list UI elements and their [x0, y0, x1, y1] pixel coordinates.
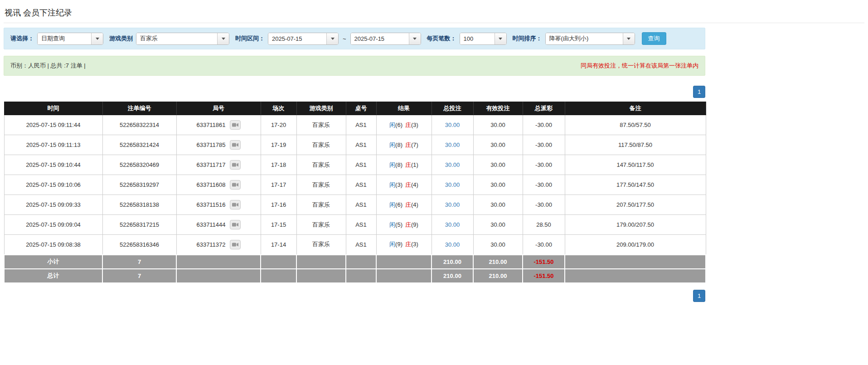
cell-round: 633711608: [176, 175, 261, 195]
total-bet-link[interactable]: 30.00: [445, 122, 460, 128]
total-bet-link[interactable]: 30.00: [445, 201, 460, 208]
round-id: 633711516: [196, 201, 225, 208]
total-label: 总计: [4, 269, 102, 283]
cell-table-no: AS1: [346, 235, 376, 255]
table-row: 2025-07-15 09:11:13 522658321424 6337117…: [4, 135, 706, 155]
chevron-down-icon: [499, 38, 502, 40]
date-from-combobox: [268, 33, 339, 45]
cell-time: 2025-07-15 09:11:13: [4, 135, 102, 155]
cell-round: 633711717: [176, 155, 261, 175]
cell-round: 633711861: [176, 115, 261, 135]
table-header: 时间 注单编号 局号 场次 游戏类别 桌号 结果 总投注 有效投注 总派彩 备注: [4, 102, 706, 115]
cell-bet-id: 522658322314: [102, 115, 176, 135]
total-bet-link[interactable]: 30.00: [445, 241, 460, 248]
video-replay-icon[interactable]: [230, 140, 241, 150]
cell-payout: -30.00: [523, 195, 565, 215]
select-type-label: 请选择：: [10, 34, 34, 43]
cell-time: 2025-07-15 09:09:04: [4, 215, 102, 235]
table-row: 2025-07-15 09:10:06 522658319297 6337116…: [4, 175, 706, 195]
cell-round: 633711516: [176, 195, 261, 215]
result-player: 闲: [389, 221, 395, 228]
header-bet-id: 注单编号: [102, 102, 176, 115]
chevron-down-icon: [331, 38, 335, 40]
total-bet-link[interactable]: 30.00: [445, 161, 460, 168]
header-result: 结果: [376, 102, 432, 115]
table-row: 2025-07-15 09:08:38 522658316346 6337113…: [4, 235, 706, 255]
cell-table-no: AS1: [346, 215, 376, 235]
cell-total-bet: 30.00: [432, 215, 473, 235]
total-bet-link[interactable]: 30.00: [445, 221, 460, 228]
result-banker: 庄: [405, 161, 411, 168]
cell-time: 2025-07-15 09:10:44: [4, 155, 102, 175]
date-to-dropdown-button[interactable]: [409, 33, 421, 44]
result-banker: 庄: [405, 141, 411, 148]
sort-input[interactable]: [546, 33, 623, 44]
header-round: 局号: [176, 102, 261, 115]
result-player: 闲: [389, 181, 395, 188]
valid-bet-notice: 同局有效投注，统一计算在该局第一张注单内: [581, 62, 698, 70]
video-replay-icon[interactable]: [230, 120, 241, 130]
title-divider: [4, 23, 864, 23]
total-valid-bet: 210.00: [473, 269, 523, 283]
cell-remark: 207.50/177.50: [565, 195, 706, 215]
chevron-down-icon: [96, 38, 99, 40]
result-player: 闲: [389, 161, 395, 168]
video-replay-icon[interactable]: [230, 160, 241, 170]
cell-total-bet: 30.00: [432, 115, 473, 135]
summary-bar: 币别：人民币 | 总共 :7 注单 | 同局有效投注，统一计算在该局第一张注单内: [4, 56, 705, 76]
page-title: 视讯 会员下注纪录: [4, 3, 864, 23]
cell-total-bet: 30.00: [432, 175, 473, 195]
select-type-dropdown-button[interactable]: [91, 33, 103, 44]
currency-summary-text: 币别：人民币 | 总共 :7 注单 |: [10, 62, 86, 70]
result-banker: 庄: [405, 241, 411, 248]
cell-game-type: 百家乐: [296, 215, 346, 235]
header-time: 时间: [4, 102, 102, 115]
cell-valid-bet: 30.00: [473, 235, 523, 255]
header-payout: 总派彩: [523, 102, 565, 115]
video-replay-icon[interactable]: [230, 200, 241, 209]
video-replay-icon[interactable]: [230, 220, 241, 229]
cell-game-type: 百家乐: [296, 195, 346, 215]
date-range-label: 时间区间：: [235, 34, 265, 43]
date-from-dropdown-button[interactable]: [326, 33, 338, 44]
pagination-page-1[interactable]: 1: [693, 290, 705, 302]
cell-bet-id: 522658318138: [102, 195, 176, 215]
cell-bet-id: 522658316346: [102, 235, 176, 255]
total-bet-link[interactable]: 30.00: [445, 141, 460, 148]
date-from-input[interactable]: [268, 33, 326, 44]
content: 请选择： 游戏类别 时间区间： ~ 每页笔数：: [4, 28, 705, 302]
pagination-top: 1: [4, 86, 705, 98]
cell-remark: 179.00/207.50: [565, 215, 706, 235]
cell-payout: -30.00: [523, 135, 565, 155]
table-row: 2025-07-15 09:10:44 522658320469 6337117…: [4, 155, 706, 175]
result-player: 闲: [389, 241, 395, 248]
search-button[interactable]: 查询: [642, 32, 666, 45]
sort-dropdown-button[interactable]: [623, 33, 635, 44]
cell-table-no: AS1: [346, 115, 376, 135]
cell-bet-id: 522658317215: [102, 215, 176, 235]
page-size-input[interactable]: [460, 33, 495, 44]
pagination-page-1[interactable]: 1: [693, 86, 705, 98]
cell-remark: 147.50/117.50: [565, 155, 706, 175]
cell-payout: 28.50: [523, 215, 565, 235]
game-type-input[interactable]: [136, 33, 217, 44]
video-replay-icon[interactable]: [230, 180, 241, 190]
result-banker: 庄: [405, 201, 411, 208]
cell-total-bet: 30.00: [432, 135, 473, 155]
date-to-input[interactable]: [351, 33, 409, 44]
cell-session: 17-15: [261, 215, 296, 235]
round-id: 633711861: [196, 122, 225, 128]
cell-result: 闲(5)庄(9): [376, 215, 432, 235]
select-type-input[interactable]: [38, 33, 91, 44]
total-bet-link[interactable]: 30.00: [445, 181, 460, 188]
cell-time: 2025-07-15 09:10:06: [4, 175, 102, 195]
game-type-dropdown-button[interactable]: [217, 33, 229, 44]
cell-bet-id: 522658319297: [102, 175, 176, 195]
betting-records-table: 时间 注单编号 局号 场次 游戏类别 桌号 结果 总投注 有效投注 总派彩 备注…: [4, 102, 706, 283]
video-replay-icon[interactable]: [230, 240, 241, 249]
page-size-dropdown-button[interactable]: [495, 33, 506, 44]
cell-valid-bet: 30.00: [473, 175, 523, 195]
cell-payout: -30.00: [523, 235, 565, 255]
pagination-bottom: 1: [4, 290, 705, 302]
subtotal-valid-bet: 210.00: [473, 255, 523, 269]
